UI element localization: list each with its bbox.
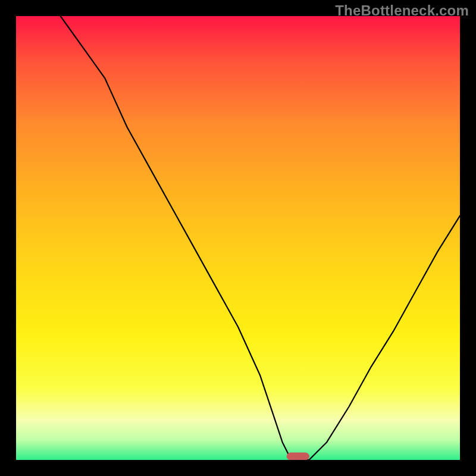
plot-area xyxy=(16,16,460,460)
optimal-marker xyxy=(287,453,309,460)
watermark-text: TheBottleneck.com xyxy=(335,2,469,19)
gradient-background xyxy=(16,16,460,460)
plot-svg xyxy=(16,16,460,460)
chart-frame: TheBottleneck.com xyxy=(0,0,476,476)
